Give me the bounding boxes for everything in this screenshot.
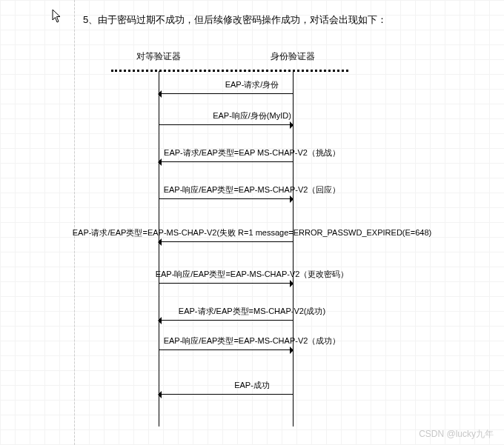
message-label: EAP-响应/身份(MyID)	[0, 110, 504, 121]
message-label: EAP-请求/EAP类型=EAP MS-CHAP-V2（挑战）	[0, 147, 504, 158]
page-title: 5、由于密码过期不成功，但后续修改密码操作成功，对话会出现如下：	[83, 13, 387, 27]
arrow-right-icon	[159, 124, 293, 125]
arrow-right-icon	[159, 198, 293, 199]
arrow-right-icon	[159, 283, 293, 284]
arrow-left-icon	[159, 241, 293, 242]
cursor-icon	[52, 9, 62, 24]
arrow-left-icon	[159, 93, 293, 94]
peer-label-right: 身份验证器	[271, 50, 315, 63]
message-label: EAP-请求/身份	[0, 79, 504, 90]
arrow-left-icon	[159, 394, 293, 395]
message-label: EAP-响应/EAP类型=EAP-MS-CHAP-V2（成功）	[0, 335, 504, 347]
arrow-right-icon	[159, 349, 293, 350]
message-label: EAP-请求/EAP类型=MS-CHAP-V2(成功)	[0, 306, 504, 317]
diagram-top-border	[111, 70, 348, 72]
message-label: EAP-请求/EAP类型=EAP-MS-CHAP-V2(失败 R=1 messa…	[0, 227, 504, 238]
arrow-left-icon	[159, 161, 293, 162]
sequence-diagram: 对等验证器 身份验证器 EAP-请求/身份EAP-响应/身份(MyID)EAP-…	[0, 50, 504, 445]
message-label: EAP-响应/EAP类型=EAP-MS-CHAP-V2（更改密码）	[0, 269, 504, 280]
peer-label-left: 对等验证器	[136, 50, 181, 63]
arrow-left-icon	[159, 320, 293, 321]
message-label: EAP-响应/EAP类型=EAP-MS-CHAP-V2（回应）	[0, 184, 504, 195]
message-label: EAP-成功	[0, 380, 504, 391]
